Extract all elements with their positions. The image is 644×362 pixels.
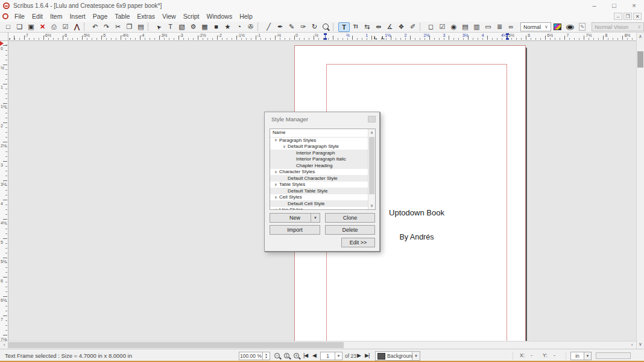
scroll-up-icon[interactable]: ∧ <box>637 33 644 40</box>
insert-polygon-icon[interactable]: ★ <box>222 22 233 32</box>
preview-mode-eye-icon[interactable]: ◉ <box>566 23 574 31</box>
dialog-title-bar[interactable]: Style Manager <box>265 112 379 125</box>
menu-table[interactable]: Table <box>111 11 133 22</box>
menu-insert[interactable]: Insert <box>66 11 89 22</box>
unit-select[interactable]: in <box>570 352 584 360</box>
pdf-radio-button-icon[interactable]: ◉ <box>448 22 459 32</box>
chevron-down-icon[interactable]: ▼ <box>335 352 342 360</box>
new-style-button[interactable]: New ▼ <box>270 213 320 223</box>
menu-script[interactable]: Script <box>180 11 203 22</box>
horizontal-ruler[interactable]: -7-6½-6-5½-5-4½-4-3½-3-2½-2-1½-1-½0½5½66… <box>8 33 636 41</box>
insert-render-frame-icon[interactable]: ⚙ <box>188 22 199 32</box>
chevron-down-icon[interactable]: ▼ <box>584 352 592 360</box>
expand-chevron-icon[interactable]: ∨ <box>273 170 279 174</box>
layer-selector[interactable]: Background <box>375 351 412 361</box>
style-item-default-cell-style[interactable]: Default Cell Style <box>270 200 368 207</box>
menu-windows[interactable]: Windows <box>203 11 236 22</box>
zoom-in-icon[interactable]: + <box>294 353 299 358</box>
horizontal-scroll-thumb[interactable] <box>8 342 344 348</box>
first-page-button[interactable]: |◀ <box>303 352 308 358</box>
expand-chevron-icon[interactable]: ∨ <box>273 195 279 200</box>
vertical-scroll-thumb[interactable] <box>637 51 643 68</box>
minimize-button[interactable]: – <box>584 0 604 11</box>
preflight-verifier-icon[interactable]: ☑ <box>60 22 71 32</box>
left-indent-marker[interactable] <box>324 33 327 40</box>
chevron-down-icon[interactable]: ▼ <box>412 351 420 361</box>
copy-icon[interactable]: ❐ <box>124 22 135 32</box>
edit-contents-icon[interactable]: T <box>338 22 350 32</box>
paste-icon[interactable]: ▤ <box>135 22 147 32</box>
zoom-level-spinner[interactable]: 100.00 % ▲▼ <box>239 352 270 360</box>
tree-scrollbar[interactable]: ∧ ∨ <box>368 129 375 209</box>
link-text-frames-icon[interactable]: ⇆ <box>361 22 373 32</box>
styles-tree[interactable]: Name ∨Paragraph Styles∨Default Paragraph… <box>270 129 376 210</box>
tab-stop-marker[interactable]: L <box>374 36 377 40</box>
zoom-100-icon[interactable]: 1 <box>284 353 289 358</box>
measurements-icon[interactable]: ∡ <box>384 22 396 32</box>
next-page-button[interactable]: ▶ <box>357 352 361 358</box>
insert-shape-icon[interactable]: ■ <box>210 22 222 32</box>
pdf-link-annotation-icon[interactable]: ∞ <box>505 22 517 32</box>
story-editor-icon[interactable]: TI <box>350 22 361 32</box>
menu-item[interactable]: Item <box>46 11 66 22</box>
rotate-item-icon[interactable]: ↻ <box>309 22 320 32</box>
menu-edit[interactable]: Edit <box>28 11 46 22</box>
style-item-line-styles[interactable]: ∨Line Styles <box>270 207 368 210</box>
expand-chevron-icon[interactable]: ∨ <box>273 208 279 209</box>
menu-page[interactable]: Page <box>89 11 112 22</box>
undo-icon[interactable]: ↶ <box>89 22 101 32</box>
scroll-left-icon[interactable]: ‹ <box>1 341 8 349</box>
mdi-minimize-button[interactable]: – <box>614 13 622 20</box>
ruler-origin-box[interactable] <box>0 33 8 41</box>
tree-scroll-thumb[interactable] <box>369 137 374 194</box>
unlink-text-frames-icon[interactable]: ⇹ <box>373 22 384 32</box>
open-document-icon[interactable]: ❏ <box>14 22 25 32</box>
pdf-text-field-icon[interactable]: ▭ <box>482 22 494 32</box>
spinner-arrows-icon[interactable]: ▲▼ <box>262 352 270 360</box>
copy-item-properties-icon[interactable]: ❖ <box>396 22 407 32</box>
expand-chevron-icon[interactable]: ∨ <box>273 138 279 142</box>
zoom-icon[interactable] <box>320 22 332 32</box>
chevron-down-icon[interactable]: ▼ <box>311 214 320 222</box>
eye-dropper-icon[interactable]: ✐ <box>407 22 418 32</box>
redo-icon[interactable]: ↷ <box>101 22 112 32</box>
dialog-close-icon[interactable] <box>368 116 376 122</box>
scroll-down-icon[interactable]: ∨ <box>368 202 375 209</box>
clone-style-button[interactable]: Clone <box>325 213 375 223</box>
zoom-out-icon[interactable]: − <box>274 353 280 358</box>
edit-in-preview-toggle-icon[interactable]: ✎ <box>579 23 586 31</box>
scroll-right-icon[interactable]: › <box>628 341 636 349</box>
menu-file[interactable]: File <box>11 11 28 22</box>
insert-bezier-curve-icon[interactable]: ✒ <box>274 22 286 32</box>
last-page-button[interactable]: ▶| <box>365 352 369 358</box>
pdf-checkbox-icon[interactable]: ☑ <box>437 22 448 32</box>
edit-style-button[interactable]: Edit >> <box>341 238 375 247</box>
pdf-push-button-icon[interactable]: ◻ <box>425 22 437 32</box>
expand-chevron-icon[interactable]: ∨ <box>273 182 279 187</box>
style-item-cell-styles[interactable]: ∨Cell Styles <box>270 194 368 201</box>
previous-page-button[interactable]: ◀ <box>312 352 316 358</box>
menu-help[interactable]: Help <box>236 11 256 22</box>
style-item-table-styles[interactable]: ∨Table Styles <box>270 182 368 188</box>
vertical-scrollbar[interactable]: ∧ ∨ <box>636 33 644 349</box>
menu-view[interactable]: View <box>159 11 180 22</box>
save-document-icon[interactable]: ▣ <box>25 22 37 32</box>
insert-table-icon[interactable]: ▦ <box>199 22 210 32</box>
style-item-default-table-style[interactable]: Default Table Style <box>270 188 368 194</box>
delete-style-button[interactable]: Delete <box>325 225 375 235</box>
close-button[interactable]: × <box>624 0 644 11</box>
horizontal-scrollbar[interactable]: ‹ › <box>0 341 636 349</box>
pdf-combo-box-icon[interactable]: ▤ <box>459 22 471 32</box>
style-item-chapter-heading[interactable]: Chapter Heading <box>270 162 368 169</box>
color-management-icon[interactable] <box>554 24 561 30</box>
style-item-interior-paragraph[interactable]: Interior Paragraph <box>270 150 368 156</box>
insert-freehand-line-icon[interactable]: ✎ <box>286 22 297 32</box>
style-item-interior-paragraph-italic[interactable]: Interior Paragraph italic <box>270 156 368 163</box>
pdf-list-box-icon[interactable]: ▥ <box>471 22 482 32</box>
style-item-character-styles[interactable]: ∨Character Styles <box>270 169 368 176</box>
insert-image-frame-icon[interactable]: ▧ <box>176 22 188 32</box>
right-indent-marker[interactable] <box>506 33 509 40</box>
mdi-close-button[interactable]: ✕ <box>633 13 642 20</box>
menu-extras[interactable]: Extras <box>133 11 159 22</box>
insert-arc-icon[interactable]: ◔ <box>233 22 245 32</box>
